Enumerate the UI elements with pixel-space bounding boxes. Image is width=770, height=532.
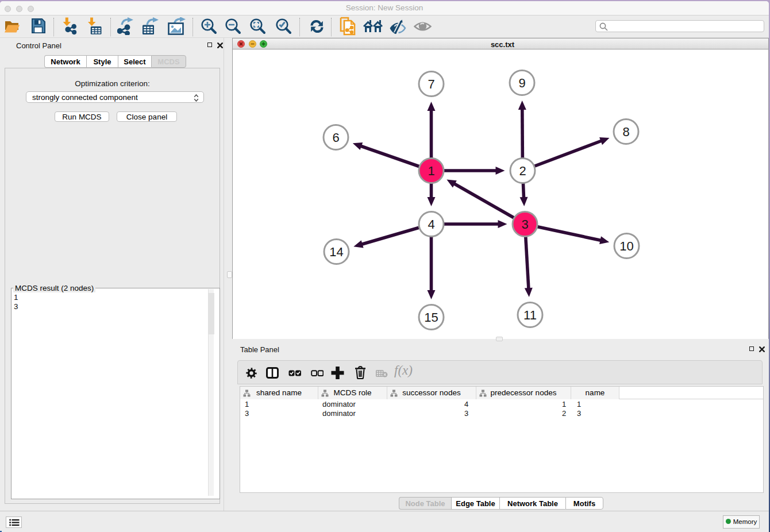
svg-text:11: 11 xyxy=(523,308,537,322)
svg-text:6: 6 xyxy=(332,130,339,145)
svg-text:9: 9 xyxy=(518,76,525,90)
svg-text:15: 15 xyxy=(424,310,438,325)
svg-text:4: 4 xyxy=(428,217,434,232)
svg-text:3: 3 xyxy=(521,217,528,232)
svg-text:14: 14 xyxy=(329,245,343,259)
svg-text:8: 8 xyxy=(622,125,629,139)
svg-text:1: 1 xyxy=(428,164,434,178)
svg-text:2: 2 xyxy=(519,164,526,178)
svg-text:7: 7 xyxy=(428,77,434,91)
svg-text:10: 10 xyxy=(619,239,633,253)
